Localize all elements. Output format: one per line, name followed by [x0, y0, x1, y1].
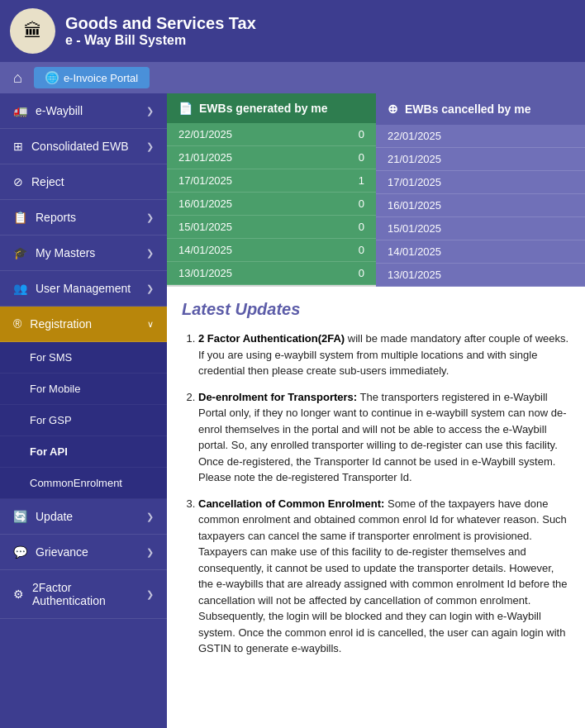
ewb-date: 15/01/2025 [178, 221, 232, 233]
circle-plus-icon [388, 102, 398, 117]
table-row: 15/01/2025 0 [167, 216, 376, 239]
report-icon [13, 211, 27, 224]
updates-list: 2 Factor Authentication(2FA) will be mad… [182, 331, 570, 657]
master-icon [13, 246, 27, 259]
chevron-right-icon-7: ❯ [146, 547, 154, 558]
chevron-right-icon-6: ❯ [146, 512, 154, 522]
dashboard-cards: EWBs generated by me 22/01/2025 0 21/01/… [167, 93, 585, 287]
table-row: 21/01/2025 0 [167, 146, 376, 169]
update-bold-1: 2 Factor Authentication(2FA) [198, 332, 345, 345]
sidebar-item-update-label: Update [36, 510, 73, 523]
app-title: Goods and Services Tax [65, 14, 256, 33]
update-text-3: Some of the taxpayers have done common e… [198, 497, 568, 655]
e-invoice-portal-button[interactable]: 🌐 e-Invoice Portal [34, 67, 150, 88]
chevron-right-icon-4: ❯ [146, 248, 154, 259]
sidebar-item-registration[interactable]: Registration ∨ [0, 307, 167, 342]
ewb-date: 16/01/2025 [388, 199, 441, 212]
sidebar-item-consolidated-ewb[interactable]: Consolidated EWB ❯ [0, 129, 167, 164]
merge-icon [13, 140, 23, 153]
ewb-date: 17/01/2025 [388, 176, 441, 188]
ewb-count: 0 [359, 197, 364, 210]
updates-title: Latest Updates [182, 300, 570, 319]
twofa-icon [13, 588, 24, 601]
chevron-right-icon-3: ❯ [146, 212, 154, 223]
sidebar-item-reject[interactable]: Reject [0, 164, 167, 200]
grievance-icon [13, 545, 27, 559]
sidebar-sub-common-enrolment[interactable]: CommonEnrolment [0, 468, 167, 499]
table-row: 14/01/2025 [376, 240, 585, 264]
sidebar-item-2fa-label: 2Factor Authentication [32, 581, 146, 607]
ewb-date: 21/01/2025 [388, 153, 441, 165]
globe-icon: 🌐 [45, 71, 59, 84]
chevron-right-icon-2: ❯ [146, 141, 154, 152]
ewb-date: 16/01/2025 [178, 197, 232, 210]
sidebar-item-ewaybill[interactable]: e-Waybill ❯ [0, 93, 167, 129]
list-item: 2 Factor Authentication(2FA) will be mad… [198, 331, 570, 379]
sidebar-sub-for-gsp[interactable]: For GSP [0, 405, 167, 436]
sidebar-sub-for-mobile[interactable]: For Mobile [0, 374, 167, 405]
sidebar-item-ewaybill-label: e-Waybill [36, 104, 83, 117]
update-icon [13, 510, 27, 523]
sidebar-item-masters-label: My Masters [36, 246, 95, 259]
ewb-generated-title: EWBs generated by me [199, 102, 328, 115]
chevron-right-icon-8: ❯ [146, 589, 154, 600]
table-row: 13/01/2025 0 [167, 262, 376, 285]
table-row: 21/01/2025 [376, 148, 585, 171]
update-text-2: The transporters registered in e-Waybill… [198, 391, 567, 484]
ewb-date: 22/01/2025 [178, 128, 232, 140]
table-row: 22/01/2025 [376, 125, 585, 148]
app-header: 🏛 Goods and Services Tax e - Way Bill Sy… [0, 0, 585, 62]
sidebar-item-my-masters[interactable]: My Masters ❯ [0, 236, 167, 271]
table-row: 16/01/2025 [376, 194, 585, 217]
ewb-count: 0 [359, 151, 364, 164]
user-icon [13, 282, 27, 295]
ewb-count: 1 [359, 174, 364, 187]
chevron-down-icon: ∨ [147, 319, 154, 330]
sidebar-sub-for-api[interactable]: For API [0, 436, 167, 468]
registration-submenu: For SMS For Mobile For GSP For API Commo… [0, 342, 167, 499]
sidebar-item-reports-label: Reports [36, 211, 76, 224]
table-row: 22/01/2025 0 [167, 123, 376, 146]
ewb-generated-card: EWBs generated by me 22/01/2025 0 21/01/… [167, 93, 376, 287]
table-row: 15/01/2025 [376, 217, 585, 240]
ewb-cancelled-body: 22/01/2025 21/01/2025 17/01/2025 16/01/2… [376, 125, 585, 287]
table-row: 16/01/2025 0 [167, 193, 376, 216]
app-subtitle: e - Way Bill System [65, 33, 256, 48]
list-item: De-enrolment for Transporters: The trans… [198, 389, 570, 486]
sidebar-item-reject-label: Reject [31, 175, 64, 188]
sidebar-item-user-mgmt-label: User Management [36, 282, 131, 295]
chevron-right-icon-5: ❯ [146, 283, 154, 294]
ewb-count: 0 [359, 267, 364, 279]
ewb-date: 13/01/2025 [388, 269, 441, 281]
sidebar-sub-for-sms[interactable]: For SMS [0, 342, 167, 374]
ewb-count: 0 [359, 128, 364, 140]
ewb-date: 13/01/2025 [178, 267, 232, 279]
ewb-cancelled-title: EWBs cancelled by me [405, 102, 531, 116]
sidebar-item-2fa[interactable]: 2Factor Authentication ❯ [0, 570, 167, 619]
sidebar-item-user-management[interactable]: User Management ❯ [0, 271, 167, 307]
sidebar-item-reports[interactable]: Reports ❯ [0, 200, 167, 236]
chevron-right-icon: ❯ [146, 106, 154, 117]
navbar: ⌂ 🌐 e-Invoice Portal [0, 62, 585, 93]
ewb-generated-body: 22/01/2025 0 21/01/2025 0 17/01/2025 1 1… [167, 123, 376, 285]
table-row: 14/01/2025 0 [167, 239, 376, 262]
ewb-date: 17/01/2025 [178, 174, 232, 187]
ewb-count: 0 [359, 221, 364, 233]
updates-section: Latest Updates 2 Factor Authentication(2… [167, 287, 585, 728]
header-text: Goods and Services Tax e - Way Bill Syst… [65, 14, 256, 48]
home-button[interactable]: ⌂ [7, 66, 29, 90]
ewb-cancelled-header: EWBs cancelled by me [376, 93, 585, 125]
ewb-date: 15/01/2025 [388, 222, 441, 235]
sidebar-item-grievance[interactable]: Grievance ❯ [0, 535, 167, 570]
doc-icon [178, 102, 193, 115]
table-row: 17/01/2025 1 [167, 169, 376, 193]
ewb-date: 14/01/2025 [388, 245, 441, 258]
sidebar-item-registration-label: Registration [30, 317, 92, 331]
ewb-cancelled-card: EWBs cancelled by me 22/01/2025 21/01/20… [376, 93, 585, 287]
sidebar-item-update[interactable]: Update ❯ [0, 499, 167, 535]
logo: 🏛 [10, 8, 55, 54]
main-content: EWBs generated by me 22/01/2025 0 21/01/… [167, 93, 585, 728]
ewb-generated-header: EWBs generated by me [167, 93, 376, 123]
list-item: Cancellation of Common Enrolment: Some o… [198, 496, 570, 657]
table-row: 13/01/2025 [376, 264, 585, 287]
